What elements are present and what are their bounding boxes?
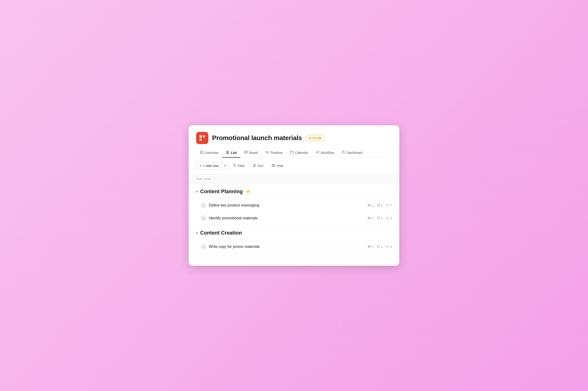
task-comments: 2 [377, 216, 383, 220]
svg-point-37 [202, 217, 205, 220]
svg-line-24 [317, 152, 318, 152]
svg-rect-11 [246, 151, 247, 153]
task-subtasks: 3 [386, 245, 392, 249]
svg-rect-10 [244, 151, 245, 154]
tab-overview-label: Overview [205, 151, 218, 155]
tab-list[interactable]: List [222, 148, 240, 158]
like-icon [367, 245, 371, 249]
task-name: Define key product messaging [209, 203, 365, 207]
subtask-icon [386, 203, 389, 207]
svg-rect-5 [200, 153, 201, 154]
svg-point-22 [318, 151, 319, 152]
task-check-icon[interactable] [201, 203, 206, 208]
tab-calendar[interactable]: Calendar [286, 148, 312, 158]
section-header-content-creation[interactable]: ▾ Content Creation [189, 225, 399, 240]
svg-rect-17 [290, 151, 293, 154]
add-new-button[interactable]: + + Add new ▾ [196, 162, 228, 170]
tab-board-label: Board [249, 151, 258, 155]
caret-down-icon: ▾ [224, 164, 226, 167]
task-likes: 2 [367, 216, 373, 220]
title-row: Promotional launch materials At risk [196, 132, 392, 144]
task-likes: 1 [367, 245, 373, 249]
task-comments: 4 [377, 245, 383, 249]
like-icon [367, 203, 371, 207]
svg-rect-12 [247, 151, 247, 153]
svg-point-15 [268, 152, 268, 152]
section-emoji-content-planning: ⚡ [245, 189, 251, 194]
like-icon [367, 216, 371, 220]
status-badge: At risk [306, 135, 325, 141]
svg-rect-36 [368, 205, 370, 206]
comment-icon [377, 245, 380, 249]
svg-point-16 [266, 153, 266, 153]
svg-point-23 [318, 153, 319, 154]
main-window: Promotional launch materials At risk Ove… [189, 125, 399, 266]
app-logo [196, 132, 208, 144]
svg-rect-1 [203, 135, 205, 137]
add-new-caret[interactable]: ▾ [222, 162, 228, 169]
subtask-icon [386, 245, 389, 249]
svg-rect-7 [226, 151, 229, 152]
calendar-icon [290, 151, 294, 155]
svg-rect-13 [266, 152, 268, 152]
workflow-icon [316, 151, 319, 155]
tab-workflow-label: Workflow [321, 151, 334, 155]
toolbar: + + Add new ▾ Filter Sort Hide [189, 158, 399, 174]
task-comments: 2 [377, 203, 383, 207]
subtask-icon [386, 216, 389, 220]
svg-line-25 [317, 152, 318, 153]
svg-rect-40 [368, 247, 370, 247]
task-check-icon[interactable] [201, 244, 206, 249]
task-name-column-header: Task name [196, 177, 211, 181]
tab-dashboard[interactable]: Dashboard [338, 148, 366, 158]
svg-rect-2 [199, 138, 202, 141]
task-row[interactable]: Identify promotional materials 2 2 [189, 212, 399, 224]
nav-tabs: Overview List Board Timeline [196, 148, 392, 158]
task-meta: 1 4 3 [367, 245, 392, 249]
svg-point-21 [316, 152, 317, 153]
list-icon [226, 151, 229, 155]
status-dot [309, 137, 311, 139]
svg-rect-38 [368, 218, 370, 219]
status-label: At risk [312, 136, 322, 140]
section-chevron-content-planning: ▾ [196, 190, 198, 194]
task-meta: 2 2 2 [367, 216, 392, 220]
dashboard-icon [341, 151, 345, 155]
sort-button[interactable]: Sort [250, 162, 267, 170]
task-row[interactable]: Write copy for promo materials 1 4 [189, 240, 399, 253]
section-content-creation: ▾ Content Creation Write copy for promo … [189, 225, 399, 253]
task-meta: 1 2 7 [367, 203, 392, 207]
task-subtasks: 7 [386, 203, 392, 207]
add-new-main[interactable]: + + Add new [196, 162, 222, 170]
section-header-content-planning[interactable]: ▾ Content Planning ⚡ [189, 183, 399, 199]
section-title-content-creation: Content Creation [200, 230, 242, 236]
plus-icon: + [200, 164, 202, 168]
svg-rect-14 [267, 153, 269, 153]
hide-label: Hide [277, 164, 284, 168]
tab-board[interactable]: Board [240, 148, 262, 158]
tab-workflow[interactable]: Workflow [312, 148, 338, 158]
task-likes: 1 [367, 203, 373, 207]
tab-overview[interactable]: Overview [196, 148, 222, 158]
task-row[interactable]: Define key product messaging 1 2 [189, 199, 399, 212]
comment-icon [377, 216, 380, 220]
svg-rect-4 [202, 151, 203, 152]
svg-rect-9 [226, 153, 229, 154]
section-chevron-content-creation: ▾ [196, 231, 198, 235]
filter-label: Filter [238, 164, 245, 168]
task-check-icon[interactable] [201, 216, 206, 221]
content: ▾ Content Planning ⚡ Define key product … [189, 183, 399, 253]
filter-button[interactable]: Filter [230, 162, 248, 170]
tab-timeline[interactable]: Timeline [262, 148, 286, 158]
tab-list-label: List [231, 151, 237, 155]
task-subtasks: 2 [386, 216, 392, 220]
tab-dashboard-label: Dashboard [346, 151, 363, 155]
hide-button[interactable]: Hide [268, 162, 287, 170]
tab-timeline-label: Timeline [270, 151, 283, 155]
filter-icon [233, 164, 236, 168]
svg-point-39 [202, 246, 205, 248]
comment-icon [377, 203, 380, 207]
svg-rect-0 [199, 135, 202, 137]
svg-rect-3 [200, 151, 201, 152]
header: Promotional launch materials At risk Ove… [189, 125, 399, 158]
